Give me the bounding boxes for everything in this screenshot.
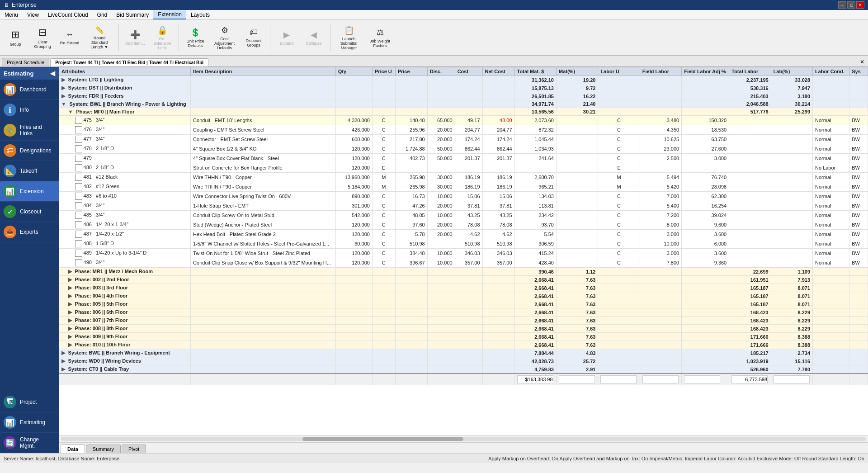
close-tab-btn[interactable]: ✕ bbox=[856, 57, 868, 66]
checkbox-484[interactable] bbox=[75, 202, 82, 209]
statusbar-left: Server Name: localhost, Database Name: E… bbox=[4, 456, 119, 461]
scrollbar-track[interactable] bbox=[61, 437, 866, 441]
re-extension-lock-button[interactable]: 🔒 Re-extensionLock bbox=[150, 22, 175, 53]
checkbox-480[interactable] bbox=[75, 164, 82, 171]
clear-grouping-button[interactable]: ⊟ ClearGrouping bbox=[30, 22, 55, 53]
horizontal-scrollbar[interactable] bbox=[59, 435, 868, 442]
cost-adj-icon: ⚙ bbox=[221, 25, 228, 35]
grid-table-container[interactable]: Attributes Item Description Qty Price U … bbox=[59, 67, 868, 435]
total-labor-input[interactable] bbox=[731, 375, 768, 383]
tab-summary[interactable]: Summary bbox=[86, 445, 121, 453]
checkbox-488[interactable] bbox=[75, 240, 82, 247]
checkbox-475[interactable] bbox=[75, 117, 82, 124]
menu-item-menu[interactable]: Menu bbox=[0, 11, 23, 19]
tab-data[interactable]: Data bbox=[61, 445, 85, 453]
sidebar-item-designations[interactable]: 🏷 Designations bbox=[0, 141, 59, 161]
table-row: 487 1/4-20 x 1/2" Hex Head Bolt - Plated… bbox=[59, 230, 868, 239]
re-extension-lock-icon: 🔒 bbox=[157, 25, 167, 35]
cost-adjustment-defaults-button[interactable]: ⚙ Cost AdjustmentDefaults bbox=[210, 22, 239, 53]
sidebar-item-files-links[interactable]: 📎 Files and Links bbox=[0, 120, 59, 141]
total-mat-input[interactable] bbox=[517, 375, 553, 383]
sidebar-item-closeout[interactable]: ✓ Closeout bbox=[0, 202, 59, 222]
scrollbar-thumb[interactable] bbox=[302, 437, 463, 441]
expand-mr1[interactable]: ▶ bbox=[68, 269, 72, 274]
expand-002[interactable]: ▶ bbox=[68, 277, 72, 282]
menu-item-bid-summary[interactable]: Bid Summary bbox=[112, 11, 153, 19]
checkbox-476[interactable] bbox=[75, 126, 82, 133]
total-labor-u-input[interactable] bbox=[600, 375, 637, 383]
checkbox-490[interactable] bbox=[75, 259, 82, 266]
expand-bwl[interactable]: ▼ bbox=[61, 101, 66, 107]
checkbox-487[interactable] bbox=[75, 231, 82, 238]
round-standard-length-button[interactable]: 📏 Round StandardLength ▼ bbox=[84, 22, 115, 53]
project-tab[interactable]: Project: Tower 44 TI | Tower 44 TI Elec … bbox=[50, 58, 208, 66]
total-mat-pct-input[interactable] bbox=[559, 375, 595, 383]
menu-item-livecount[interactable]: LiveCount Cloud bbox=[43, 11, 93, 19]
checkbox-478[interactable] bbox=[75, 145, 82, 152]
unit-price-defaults-button[interactable]: 💲 Unit PriceDefaults bbox=[183, 22, 208, 53]
col-price-u: Price U bbox=[372, 67, 395, 76]
job-weight-factors-button[interactable]: ⚖ Job WeightFactors bbox=[365, 22, 395, 53]
sidebar-item-estimating-bottom[interactable]: 📊 Estimating bbox=[0, 412, 59, 433]
table-row: 481 #12 Black Wire THHN / T90 - Copper 1… bbox=[59, 173, 868, 182]
expand-004[interactable]: ▶ bbox=[68, 293, 72, 298]
expand-006[interactable]: ▶ bbox=[68, 309, 72, 315]
group-button[interactable]: ⊞ Group bbox=[3, 22, 28, 53]
total-field-labor-adj-input[interactable] bbox=[684, 375, 720, 383]
table-row: 483 #6 to #10 Wire Connector Live Spring… bbox=[59, 192, 868, 201]
menu-item-layouts[interactable]: Layouts bbox=[186, 11, 214, 19]
expand-fdr[interactable]: ▶ bbox=[61, 93, 65, 99]
table-row: ▶ System: CT0 || Cable Tray 4,759.83 2.9… bbox=[59, 365, 868, 374]
tab-pivot[interactable]: Pivot bbox=[122, 445, 146, 453]
discount-groups-button[interactable]: 🏷 DiscountGroups bbox=[241, 22, 266, 53]
menu-item-grid[interactable]: Grid bbox=[93, 11, 112, 19]
expand-bwe[interactable]: ▶ bbox=[61, 350, 65, 355]
checkbox-477[interactable] bbox=[75, 136, 82, 143]
launch-submittal-manager-button[interactable]: 📋 Launch SubmittalManager bbox=[334, 22, 363, 53]
minimize-btn[interactable]: ─ bbox=[838, 1, 846, 9]
estimating-bottom-icon: 📊 bbox=[4, 416, 16, 429]
checkbox-479[interactable] bbox=[75, 155, 82, 162]
add-item-button[interactable]: ➕ Add Item... bbox=[123, 22, 148, 53]
expand-dst[interactable]: ▶ bbox=[61, 85, 65, 90]
expand-008[interactable]: ▶ bbox=[68, 326, 72, 331]
expand-button[interactable]: ▶ Expand bbox=[274, 22, 299, 53]
sidebar-item-project[interactable]: 🏗 Project bbox=[0, 392, 59, 412]
menu-item-extension[interactable]: Extension bbox=[153, 10, 186, 19]
restore-btn[interactable]: ◻ bbox=[847, 1, 855, 9]
sidebar-item-exports[interactable]: 📤 Exports bbox=[0, 222, 59, 242]
col-attributes: Attributes bbox=[59, 67, 191, 76]
grid-table: Attributes Item Description Qty Price U … bbox=[59, 67, 868, 385]
sidebar-item-takeoff[interactable]: 📐 Takeoff bbox=[0, 161, 59, 181]
expand-ct0[interactable]: ▶ bbox=[61, 366, 65, 372]
checkbox-482[interactable] bbox=[75, 183, 82, 190]
checkbox-489[interactable] bbox=[75, 250, 82, 257]
close-btn[interactable]: ✕ bbox=[856, 1, 864, 9]
re-extend-button[interactable]: ↔ Re-Extend bbox=[57, 22, 82, 53]
collapse-button[interactable]: ◀ Collapse bbox=[301, 22, 326, 53]
total-lab-pct-input[interactable] bbox=[774, 375, 810, 383]
checkbox-485[interactable] bbox=[75, 212, 82, 219]
sidebar-item-info[interactable]: ℹ Info bbox=[0, 100, 59, 120]
menu-item-view[interactable]: View bbox=[23, 11, 43, 19]
sidebar-collapse-icon[interactable]: ◀ bbox=[50, 70, 55, 77]
expand-mf0[interactable]: ▼ bbox=[68, 109, 73, 114]
project-schedule-tab[interactable]: Project Schedule bbox=[2, 58, 49, 66]
table-row: 488 1-5/8" D 1-5/8" W Channel w/ Slotted… bbox=[59, 239, 868, 249]
checkbox-481[interactable] bbox=[75, 174, 82, 181]
expand-ltg[interactable]: ▶ bbox=[61, 77, 65, 82]
expand-010[interactable]: ▶ bbox=[68, 342, 72, 347]
expand-007[interactable]: ▶ bbox=[68, 317, 72, 323]
checkbox-483[interactable] bbox=[75, 193, 82, 200]
sidebar-item-extension[interactable]: 📊 Extension bbox=[0, 181, 59, 202]
sidebar-item-change-mgmt[interactable]: 🔄 Change Mgmt. bbox=[0, 433, 59, 453]
sidebar-item-dashboard[interactable]: 📊 Dashboard bbox=[0, 80, 59, 100]
expand-005[interactable]: ▶ bbox=[68, 301, 72, 307]
expand-wd0[interactable]: ▶ bbox=[61, 358, 65, 364]
expand-009[interactable]: ▶ bbox=[68, 334, 72, 339]
total-field-labor-input[interactable] bbox=[642, 375, 679, 383]
checkbox-486[interactable] bbox=[75, 221, 82, 228]
col-cost: Cost bbox=[455, 67, 482, 76]
expand-003[interactable]: ▶ bbox=[68, 285, 72, 290]
table-row: ▼ System: BWL || Branch Wiring - Power &… bbox=[59, 100, 868, 108]
